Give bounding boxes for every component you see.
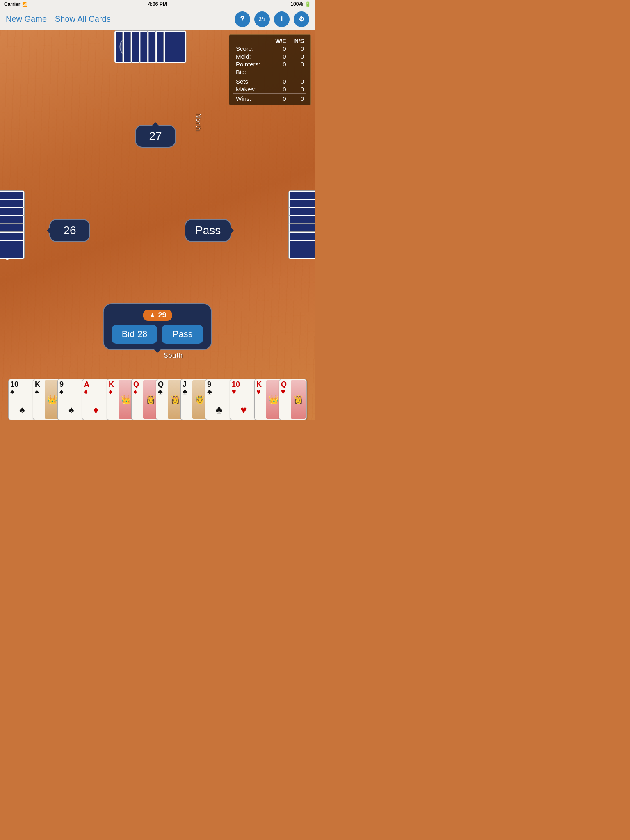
south-bid-panel: ▲ 29 Bid 28 Pass (103, 303, 212, 350)
bid-counter: ▲ 29 (143, 310, 172, 321)
we-header: W/E (269, 37, 288, 45)
pointers-ns: 0 (289, 60, 306, 68)
card-center-suit: ♠ (68, 404, 74, 416)
card-suit: ♦ (84, 388, 108, 395)
sets-row: Sets: 0 0 (233, 76, 306, 86)
north-bid-bubble: 27 (135, 125, 176, 148)
score-panel: W/E N/S Score: 0 0 Meld: 0 0 Pointers: 0… (229, 34, 311, 105)
meld-ns: 0 (289, 52, 306, 60)
meld-we: 0 (269, 52, 288, 60)
face-decoration: 👸 (291, 380, 306, 419)
battery-label: 100% (290, 1, 303, 7)
wifi-icon: 📶 (22, 2, 28, 7)
status-time: 4:06 PM (148, 1, 167, 7)
score-label: Score: (233, 45, 269, 52)
score-button[interactable]: 2¹₃ (254, 11, 270, 27)
card-center-suit: ♥ (240, 404, 247, 416)
help-button[interactable]: ? (235, 11, 250, 27)
wins-we: 0 (269, 94, 288, 103)
east-bid-bubble: Pass (185, 219, 231, 242)
south-hand: 10 ♠ ♠ K ♠ 👑 9 ♠ ♠ A ♦ ♦ K ♦ 👑 Q (0, 379, 315, 420)
card-center-suit: ♦ (93, 404, 98, 416)
card-10-spades[interactable]: 10 ♠ ♠ (8, 379, 36, 420)
sets-we: 0 (269, 76, 288, 86)
north-bid-value: 27 (149, 130, 162, 143)
makes-ns: 0 (289, 85, 306, 94)
card-suit: ♠ (59, 388, 83, 395)
card-k-spades[interactable]: K ♠ 👑 (33, 379, 61, 420)
card-10-hearts[interactable]: 10 ♥ ♥ (230, 379, 258, 420)
card-j-clubs[interactable]: J ♣ 🤴 (180, 379, 208, 420)
bid-28-button[interactable]: Bid 28 (112, 325, 157, 344)
card-rank: A (84, 381, 108, 388)
bid-label: Bid: (233, 68, 269, 76)
south-label: South (164, 352, 183, 359)
info-button[interactable]: i (274, 11, 290, 27)
card-rank: 9 (59, 381, 83, 388)
card-k-diamonds[interactable]: K ♦ 👑 (107, 379, 135, 420)
card-rank: 10 (10, 381, 34, 388)
wins-row: Wins: 0 0 (233, 94, 306, 103)
sets-ns: 0 (289, 76, 306, 86)
show-all-cards-button[interactable]: Show All Cards (55, 14, 111, 24)
pointers-label: Pointers: (233, 60, 269, 68)
status-left: Carrier 📶 (4, 1, 28, 7)
sets-label: Sets: (233, 76, 269, 86)
pointers-row: Pointers: 0 0 (233, 60, 306, 68)
makes-label: Makes: (233, 85, 269, 94)
status-right: 100% 🔋 (290, 1, 311, 7)
card-q-clubs[interactable]: Q ♣ 👸 (156, 379, 184, 420)
makes-we: 0 (269, 85, 288, 94)
pointers-we: 0 (269, 60, 288, 68)
bid-row: Bid: (233, 68, 306, 76)
card-suit: ♣ (207, 388, 231, 395)
wins-label: Wins: (233, 94, 269, 103)
card-q-hearts[interactable]: Q ♥ 👸 (279, 379, 307, 420)
card-suit: ♥ (232, 388, 256, 395)
settings-button[interactable]: ⚙ (294, 11, 309, 27)
card-center-suit: ♣ (215, 404, 222, 416)
card-center-suit: ♠ (19, 404, 25, 416)
score-row: Score: 0 0 (233, 45, 306, 52)
west-bid-bubble: 26 (49, 219, 90, 242)
ns-header: N/S (289, 37, 306, 45)
card-a-diamonds[interactable]: A ♦ ♦ (82, 379, 110, 420)
meld-label: Meld: (233, 52, 269, 60)
meld-row: Meld: 0 0 (233, 52, 306, 60)
card-9-spades[interactable]: 9 ♠ ♠ (57, 379, 85, 420)
card-q-diamonds[interactable]: Q ♦ 👸 (131, 379, 159, 420)
game-table: W/E N/S Score: 0 0 Meld: 0 0 Pointers: 0… (0, 30, 315, 420)
east-cards (288, 190, 315, 259)
east-bid-value: Pass (195, 224, 221, 237)
card-rank: 9 (207, 381, 231, 388)
new-game-button[interactable]: New Game (6, 14, 47, 24)
south-pass-button[interactable]: Pass (162, 325, 203, 344)
makes-row: Makes: 0 0 (233, 85, 306, 94)
status-bar: Carrier 📶 4:06 PM 100% 🔋 (0, 0, 315, 8)
score-we: 0 (269, 45, 288, 52)
nav-right: ? 2¹₃ i ⚙ (235, 11, 309, 27)
wins-ns: 0 (289, 94, 306, 103)
card-suit: ♠ (10, 388, 34, 395)
west-cards (0, 190, 25, 259)
bid-buttons: Bid 28 Pass (112, 325, 203, 344)
card-9-clubs[interactable]: 9 ♣ ♣ (205, 379, 233, 420)
battery-icon: 🔋 (305, 1, 311, 7)
nav-left: New Game Show All Cards (6, 14, 111, 24)
north-label: North (195, 113, 202, 131)
card-k-hearts[interactable]: K ♥ 👑 (254, 379, 282, 420)
score-ns: 0 (289, 45, 306, 52)
north-cards (114, 30, 186, 63)
west-bid-value: 26 (63, 224, 76, 237)
carrier-label: Carrier (4, 1, 20, 7)
nav-bar: New Game Show All Cards ? 2¹₃ i ⚙ (0, 8, 315, 30)
card-rank: 10 (232, 381, 256, 388)
bid-counter-value: ▲ 29 (149, 311, 167, 320)
